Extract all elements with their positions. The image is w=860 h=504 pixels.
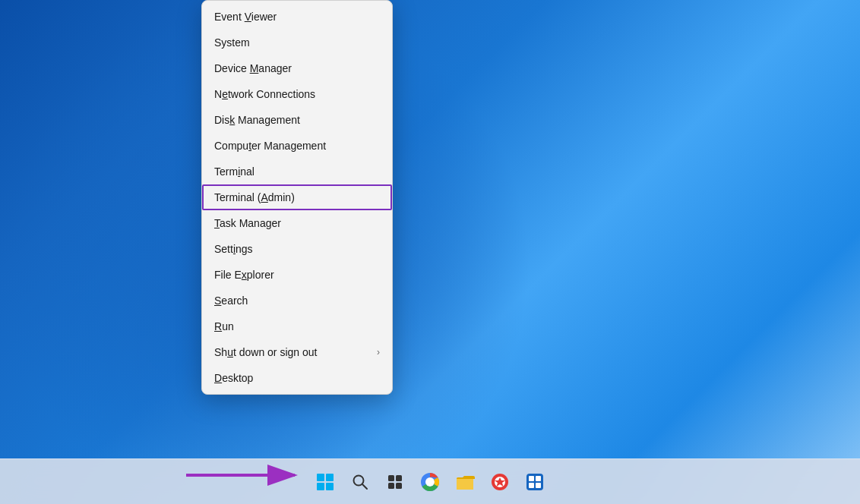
svg-line-2 xyxy=(362,484,367,489)
context-menu: Event Viewer System Device Manager Netwo… xyxy=(201,0,393,395)
app2-button[interactable] xyxy=(520,467,550,497)
task-view-button[interactable] xyxy=(380,467,410,497)
svg-rect-17 xyxy=(536,476,541,481)
menu-item-file-explorer[interactable]: File Explorer xyxy=(202,262,392,288)
svg-rect-11 xyxy=(457,479,473,490)
menu-item-run[interactable]: Run xyxy=(202,313,392,339)
menu-item-device-manager[interactable]: Device Manager xyxy=(202,55,392,81)
file-explorer-icon xyxy=(455,472,475,492)
app1-button[interactable] xyxy=(485,467,515,497)
svg-rect-3 xyxy=(388,475,394,481)
search-taskbar-button[interactable] xyxy=(345,467,375,497)
app1-icon xyxy=(490,472,510,492)
menu-item-shut-down[interactable]: Shut down or sign out › xyxy=(202,339,392,365)
chevron-right-icon: › xyxy=(377,347,380,358)
menu-item-terminal-admin[interactable]: Terminal (Admin) xyxy=(202,184,392,210)
svg-rect-5 xyxy=(388,483,394,489)
menu-item-task-manager[interactable]: Task Manager xyxy=(202,210,392,236)
desktop-background xyxy=(0,0,860,504)
file-explorer-button[interactable] xyxy=(450,467,480,497)
svg-rect-18 xyxy=(529,483,534,488)
menu-item-search[interactable]: Search xyxy=(202,288,392,313)
menu-item-settings[interactable]: Settings xyxy=(202,236,392,262)
menu-item-computer-management[interactable]: Computer Management xyxy=(202,133,392,159)
menu-item-disk-management[interactable]: Disk Management xyxy=(202,107,392,133)
arrow-svg xyxy=(182,460,304,490)
arrow-annotation xyxy=(182,460,304,493)
search-icon xyxy=(352,474,368,490)
task-view-icon xyxy=(387,474,403,490)
menu-item-system[interactable]: System xyxy=(202,30,392,55)
chrome-button[interactable] xyxy=(415,467,445,497)
svg-rect-6 xyxy=(396,483,402,489)
svg-rect-16 xyxy=(529,476,534,481)
start-button[interactable] xyxy=(310,467,340,497)
chrome-icon xyxy=(419,471,441,493)
taskbar xyxy=(0,458,860,504)
app2-icon xyxy=(525,472,545,492)
menu-item-event-viewer[interactable]: Event Viewer xyxy=(202,4,392,30)
svg-rect-19 xyxy=(536,483,541,488)
windows-logo-icon xyxy=(317,474,334,490)
svg-point-9 xyxy=(427,479,433,485)
menu-item-terminal[interactable]: Terminal xyxy=(202,159,392,184)
menu-item-network-connections[interactable]: Network Connections xyxy=(202,81,392,107)
menu-item-desktop[interactable]: Desktop xyxy=(202,365,392,391)
svg-rect-4 xyxy=(396,475,402,481)
